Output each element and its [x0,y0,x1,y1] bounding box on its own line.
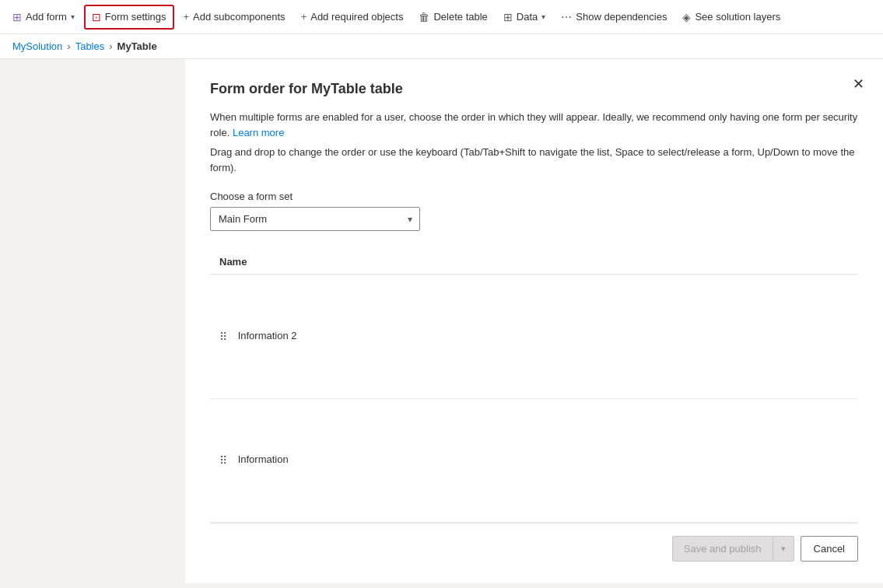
cancel-button[interactable]: Cancel [801,536,858,562]
delete-table-icon: 🗑 [419,11,429,23]
breadcrumb: MySolution › Tables › MyTable [0,34,883,59]
main-area: Type ▾ Custom Custom Custom Custom Form … [0,59,883,583]
table-cell-name-1: ⠿ Information 2 [210,275,858,399]
data-label: Data [517,11,538,23]
toolbar: ⊞ Add form ▾ ⊡ Form settings + Add subco… [0,0,883,34]
dialog-description: When multiple forms are enabled for a us… [210,110,858,140]
show-dependencies-button[interactable]: ⋯ Show dependencies [555,6,673,28]
show-dependencies-label: Show dependencies [576,11,667,23]
dialog-footer: Save and publish ▾ Cancel [210,523,858,562]
add-required-objects-label: Add required objects [310,11,403,23]
delete-table-label: Delete table [433,11,487,23]
table-row[interactable]: ⠿ Information 2 [210,275,858,399]
form-row-name-2: Information [238,453,289,465]
breadcrumb-current: MyTable [117,40,157,52]
save-publish-button: Save and publish ▾ [672,536,794,562]
form-settings-label: Form settings [105,11,166,23]
add-required-objects-button[interactable]: + Add required objects [295,6,410,27]
see-solution-layers-button[interactable]: ◈ See solution layers [676,6,787,28]
bg-sidebar [0,59,185,583]
data-button[interactable]: ⊞ Data ▾ [497,6,552,28]
delete-table-button[interactable]: 🗑 Delete table [412,6,493,28]
breadcrumb-sep-2: › [109,40,112,52]
close-icon: ✕ [853,75,864,93]
drag-handle-icon[interactable]: ⠿ [219,454,227,467]
show-dependencies-icon: ⋯ [561,11,572,23]
save-publish-label: Save and publish [673,537,773,561]
drag-handle-icon[interactable]: ⠿ [219,331,227,343]
table-header-row: Name [210,250,858,275]
table-row[interactable]: ⠿ Information [210,398,858,523]
add-required-plus-icon: + [301,11,307,23]
dialog-title: Form order for MyTable table [210,81,858,97]
name-column-header: Name [210,250,858,275]
dialog-description-text: When multiple forms are enabled for a us… [210,111,857,138]
add-form-button[interactable]: ⊞ Add form ▾ [6,6,81,28]
breadcrumb-tables[interactable]: Tables [75,40,105,52]
form-set-label: Choose a form set [210,191,858,202]
add-subcomponents-button[interactable]: + Add subcomponents [177,6,292,27]
form-settings-icon: ⊡ [92,11,101,23]
form-settings-button[interactable]: ⊡ Form settings [84,5,174,30]
form-row-name-1: Information 2 [238,330,297,341]
learn-more-link[interactable]: Learn more [233,127,284,138]
breadcrumb-sep-1: › [67,40,70,52]
data-chevron-icon: ▾ [541,12,545,21]
see-solution-layers-icon: ◈ [682,11,691,23]
add-form-icon: ⊞ [12,11,22,23]
add-form-label: Add form [26,11,67,23]
form-set-dropdown-wrapper: Main Form Quick Create Card Form ▾ [210,207,420,231]
add-subcomponents-label: Add subcomponents [193,11,286,23]
add-form-chevron-icon: ▾ [71,12,75,21]
breadcrumb-solution[interactable]: MySolution [12,40,62,52]
form-order-table: Name ⠿ Information 2 ⠿ Information [210,250,858,523]
see-solution-layers-label: See solution layers [695,11,780,23]
add-subcomponents-plus-icon: + [184,11,190,23]
form-set-dropdown[interactable]: Main Form Quick Create Card Form [210,207,420,231]
table-cell-name-2: ⠿ Information [210,398,858,523]
save-publish-chevron-icon: ▾ [773,537,794,560]
close-button[interactable]: ✕ [846,72,871,96]
data-icon: ⊞ [503,11,513,23]
dialog-content: ✕ Form order for MyTable table When mult… [185,59,883,583]
dialog-instruction: Drag and drop to change the order or use… [210,145,858,175]
